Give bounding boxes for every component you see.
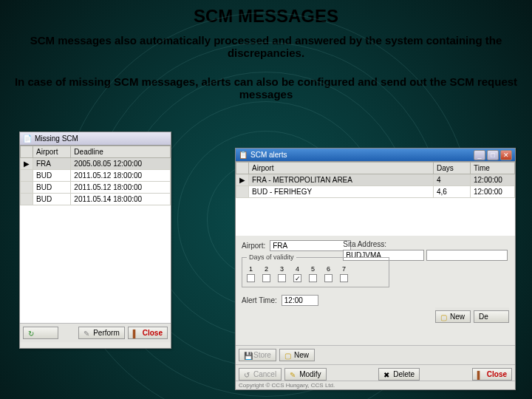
cancel-icon: ↺ [244, 371, 251, 378]
de-button[interactable]: De [474, 310, 509, 323]
day-label: 2 [265, 265, 268, 273]
day-checkbox-1[interactable] [247, 274, 255, 282]
modify-label: Modify [299, 370, 321, 378]
maximize-icon: □ [491, 151, 494, 159]
modify-button[interactable]: ✎Modify [284, 368, 326, 381]
day-col-7: 7 [340, 265, 348, 282]
sita-label: Sita Address: [343, 240, 508, 248]
minimize-button[interactable]: _ [474, 150, 485, 160]
perform-label: Perform [93, 329, 120, 337]
table-row[interactable]: ▶ FRA - METROPOLITAN AREA 4 12:00:00 [236, 174, 515, 186]
day-label: 7 [342, 265, 346, 273]
col-airport[interactable]: Airport [249, 163, 434, 174]
close-button[interactable]: ▌Close [472, 368, 512, 381]
sita-input-2[interactable] [426, 250, 508, 261]
day-checkbox-2[interactable] [262, 274, 270, 282]
col-deadline[interactable]: Deadline [71, 146, 171, 158]
app-icon: 📋 [239, 151, 248, 160]
de-label: De [479, 313, 488, 321]
airport-input[interactable] [270, 240, 351, 251]
day-col-1: 1 [247, 265, 255, 282]
cell-deadline: 2011.05.12 18:00:00 [71, 170, 171, 182]
refresh-button[interactable]: ↻ [23, 327, 58, 339]
delete-label: Delete [393, 370, 415, 378]
day-col-3: 3 [278, 265, 286, 282]
titlebar: 📄 Missing SCM [20, 132, 171, 146]
delete-icon: ✖ [383, 371, 391, 378]
close-icon: ✕ [503, 151, 509, 159]
cell-airport: BUD [33, 194, 71, 205]
day-checkbox-4[interactable]: ✓ [293, 274, 301, 282]
day-label: 5 [311, 265, 315, 273]
table-header: Airport Deadline [21, 146, 171, 158]
file-icon: ▢ [440, 313, 448, 321]
day-label: 3 [280, 265, 284, 273]
table-row[interactable]: BUD 2011.05.14 18:00:00 [21, 194, 171, 205]
cell-airport: BUD [33, 170, 71, 182]
close-label: Close [143, 329, 163, 337]
cell-time: 12:00:00 [471, 174, 515, 186]
day-checkbox-7[interactable] [340, 274, 348, 282]
form-area: Airport: Sita Address: Days of validity … [236, 236, 515, 345]
app-icon: 📄 [23, 134, 32, 143]
cell-airport: BUD - FERIHEGY [249, 186, 434, 198]
button-bar: 💾Store ▢New [236, 345, 515, 364]
file-icon: ▢ [284, 352, 292, 359]
col-airport[interactable]: Airport [33, 146, 71, 158]
day-col-5: 5 [309, 265, 317, 282]
table-row[interactable]: ▶ FRA 2005.08.05 12:00:00 [21, 158, 171, 170]
grid-area: Airport Days Time ▶ FRA - METROPOLITAN A… [236, 162, 515, 236]
day-checkbox-3[interactable] [278, 274, 286, 282]
days-fieldset: Days of validity 1234✓567 [242, 257, 389, 287]
door-icon: ▌ [477, 371, 485, 378]
cell-deadline: 2005.08.05 12:00:00 [71, 158, 171, 170]
new-button[interactable]: ▢New [435, 310, 471, 323]
days-legend: Days of validity [247, 253, 296, 261]
new-label: New [294, 351, 309, 359]
disk-icon: 💾 [244, 352, 251, 359]
close-label: Close [487, 370, 507, 378]
cancel-label: Cancel [253, 370, 276, 378]
cancel-button[interactable]: ↺Cancel [239, 368, 282, 381]
day-checkbox-6[interactable] [324, 274, 332, 282]
button-bar: ↻ ✎Perform ▌Close [20, 323, 171, 342]
day-label: 1 [249, 265, 253, 273]
cell-deadline: 2011.05.12 18:00:00 [71, 182, 171, 194]
door-icon: ▌ [133, 330, 140, 337]
scm-alerts-table: Airport Days Time ▶ FRA - METROPOLITAN A… [236, 162, 515, 198]
new-button-2[interactable]: ▢New [279, 349, 315, 361]
row-pointer-icon: ▶ [236, 174, 249, 186]
delete-button[interactable]: ✖Delete [378, 368, 420, 381]
cell-airport: FRA [33, 158, 71, 170]
airport-label: Airport: [242, 242, 265, 250]
cell-days: 4 [434, 174, 471, 186]
table-row[interactable]: BUD - FERIHEGY 4,6 12:00:00 [236, 186, 515, 198]
col-pointer [21, 146, 33, 158]
close-button[interactable]: ▌Close [128, 327, 168, 339]
cell-days: 4,6 [434, 186, 471, 198]
day-col-6: 6 [324, 265, 332, 282]
window-title: SCM alerts [250, 151, 287, 159]
cell-time: 12:00:00 [471, 186, 515, 198]
row-pointer-icon: ▶ [21, 158, 33, 170]
missing-scm-window: 📄 Missing SCM Airport Deadline ▶ FRA 200… [19, 132, 171, 349]
missing-scm-table: Airport Deadline ▶ FRA 2005.08.05 12:00:… [20, 146, 171, 205]
store-button[interactable]: 💾Store [239, 349, 276, 361]
window-title: Missing SCM [35, 134, 78, 143]
col-time[interactable]: Time [471, 163, 515, 174]
maximize-button[interactable]: □ [487, 150, 499, 160]
alert-time-input[interactable] [282, 295, 318, 306]
cell-airport: FRA - METROPOLITAN AREA [249, 174, 434, 186]
table-row[interactable]: BUD 2011.05.12 18:00:00 [21, 170, 171, 182]
cell-airport: BUD [33, 182, 71, 194]
table-row[interactable]: BUD 2011.05.12 18:00:00 [21, 182, 171, 194]
day-col-2: 2 [262, 265, 270, 282]
col-days[interactable]: Days [434, 163, 471, 174]
day-label: 6 [327, 265, 330, 273]
minimize-icon: _ [477, 151, 481, 159]
day-checkbox-5[interactable] [309, 274, 317, 282]
refresh-icon: ↻ [28, 330, 35, 337]
perform-button[interactable]: ✎Perform [78, 327, 125, 339]
close-window-button[interactable]: ✕ [500, 150, 512, 160]
titlebar: 📋 SCM alerts _ □ ✕ [236, 149, 515, 162]
